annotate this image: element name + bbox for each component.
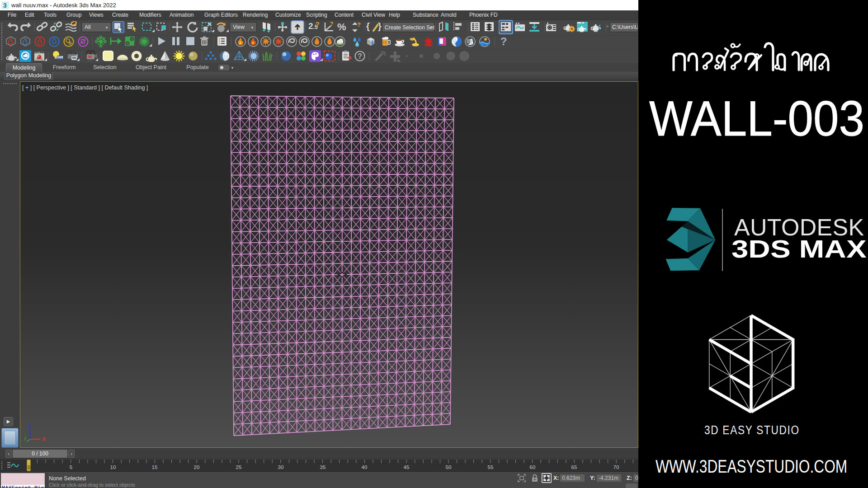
svg-text:3: 3 — [3, 2, 7, 9]
svg-text:?: ? — [358, 52, 362, 60]
svg-text:Z: Z — [28, 424, 31, 429]
svg-text:y: y — [24, 435, 27, 441]
svg-text:X: X — [42, 436, 46, 442]
svg-text:?: ? — [357, 21, 361, 28]
svg-text:?: ? — [330, 21, 333, 27]
